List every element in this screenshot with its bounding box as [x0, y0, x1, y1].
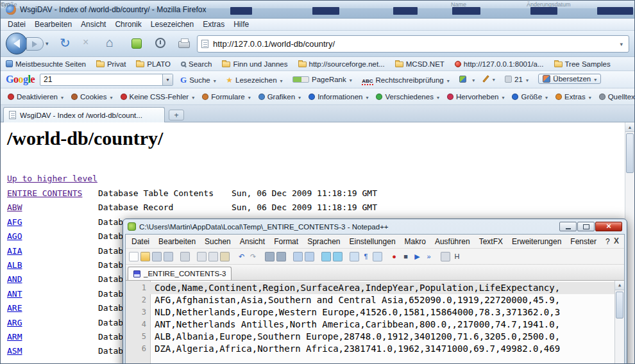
- hex-editor-icon[interactable]: H: [452, 252, 462, 261]
- open-folder-icon[interactable]: [140, 252, 150, 261]
- notepad-menu-item[interactable]: Erweiterungen: [507, 236, 566, 247]
- editor-scrollbar[interactable]: ▲: [614, 281, 624, 364]
- notepad-menu-item[interactable]: Format: [269, 236, 303, 247]
- google-search-box[interactable]: 21 ▾: [40, 74, 173, 86]
- search-dropdown-caret-icon[interactable]: ▾: [162, 74, 173, 85]
- home-button[interactable]: ⌂: [106, 35, 114, 50]
- copy-icon[interactable]: [208, 252, 218, 261]
- editor[interactable]: ▲ 1Code,Name,Continent,Region,SurfaceAre…: [126, 281, 624, 364]
- webdev-menu-item[interactable]: Formulare: [199, 92, 255, 102]
- record-macro-icon[interactable]: ●: [389, 252, 399, 261]
- find-icon[interactable]: [265, 252, 275, 261]
- webdev-menu-item[interactable]: Informationen: [305, 92, 373, 102]
- entry-link[interactable]: AGO: [7, 229, 98, 244]
- google-toolbar-item[interactable]: Lesezeichen: [226, 76, 282, 85]
- google-search-value[interactable]: 21: [40, 75, 162, 84]
- maximize-button[interactable]: [577, 222, 595, 231]
- stop-macro-icon[interactable]: ■: [401, 252, 411, 261]
- bookmark-item[interactable]: Search: [181, 60, 212, 68]
- entry-link[interactable]: ALB: [7, 258, 98, 272]
- google-toolbar-item[interactable]: Übersetzen: [538, 74, 601, 84]
- save-icon[interactable]: [152, 252, 162, 261]
- print-button[interactable]: [178, 41, 190, 48]
- close-document-icon[interactable]: X: [614, 236, 619, 245]
- clock-button[interactable]: [155, 38, 165, 48]
- menu-item[interactable]: Datei: [3, 19, 30, 29]
- menu-item[interactable]: Chronik: [110, 19, 146, 29]
- notepad-menu-item[interactable]: Fenster: [566, 236, 601, 247]
- green-addon-button[interactable]: [131, 38, 142, 49]
- entry-link[interactable]: ARG: [7, 316, 98, 330]
- google-toolbar-item[interactable]: [459, 76, 475, 83]
- bookmark-item[interactable]: Meistbesuchte Seiten: [6, 60, 86, 68]
- new-file-icon[interactable]: [129, 252, 139, 261]
- notepad-titlebar[interactable]: C:\Users\Martin\AppData\Local\Temp\_ENTI…: [125, 219, 625, 234]
- bookmark-item[interactable]: http://sourceforge.net...: [298, 60, 385, 68]
- location-bar[interactable]: http://127.0.0.1/world-db/country/ ▾: [197, 35, 629, 53]
- bookmark-item[interactable]: Privat: [96, 60, 126, 68]
- minimize-button[interactable]: [559, 222, 577, 231]
- notepad-menu-item[interactable]: Bearbeiten: [154, 236, 200, 247]
- entry-link[interactable]: AND: [7, 272, 98, 286]
- entry-link[interactable]: ABW: [7, 201, 98, 215]
- entry-link[interactable]: ASM: [7, 344, 98, 358]
- notepad-menu-item[interactable]: Datei: [127, 236, 154, 247]
- entry-link[interactable]: AFG: [7, 215, 98, 229]
- menu-item[interactable]: Ansicht: [76, 19, 110, 29]
- back-button[interactable]: [6, 33, 28, 54]
- entry-link[interactable]: ENTIRE CONTENTS: [7, 186, 98, 201]
- webdev-menu-item[interactable]: Deaktivieren: [4, 92, 68, 102]
- bookmark-item[interactable]: Finn und Jannes: [222, 60, 287, 68]
- webdev-menu-item[interactable]: Cookies: [68, 92, 117, 102]
- paste-icon[interactable]: [220, 252, 230, 261]
- stop-button[interactable]: ×: [83, 37, 89, 48]
- redo-icon[interactable]: ↷: [248, 252, 258, 261]
- webdev-menu-item[interactable]: Grafiken: [255, 92, 305, 102]
- webdev-menu-item[interactable]: Verschiedenes: [373, 92, 443, 102]
- bookmark-item[interactable]: MCSD.NET: [395, 60, 444, 68]
- sync-scroll-h-icon[interactable]: [333, 252, 343, 261]
- bookmark-item[interactable]: Tree Samples: [554, 60, 611, 68]
- google-toolbar-item[interactable]: Suche: [180, 75, 216, 85]
- notepad-menu-item[interactable]: Suchen: [200, 236, 235, 247]
- webdev-menu-item[interactable]: Quelltext: [596, 92, 634, 102]
- doc-monitor-icon[interactable]: [441, 252, 450, 261]
- notepad-menu-item[interactable]: Ausführen: [430, 236, 475, 247]
- print-icon[interactable]: [180, 252, 190, 261]
- urlbar-dropdown-caret-icon[interactable]: ▾: [618, 41, 625, 47]
- webdev-menu-item[interactable]: Keine CSS-Fehler: [117, 92, 199, 102]
- notepad-menu-item[interactable]: TextFX: [475, 236, 507, 247]
- document-tab[interactable]: _ENTIRE_CONTENTS-3: [128, 267, 232, 280]
- scroll-up-arrow[interactable]: ▲: [615, 281, 624, 290]
- entry-link[interactable]: AIA: [7, 244, 98, 258]
- notepad-menu-item[interactable]: ?: [601, 236, 614, 247]
- scroll-thumb[interactable]: [616, 292, 623, 318]
- menu-item[interactable]: Bearbeiten: [30, 19, 76, 29]
- reload-button[interactable]: ↻: [60, 35, 71, 51]
- firefox-titlebar[interactable]: WsgiDAV - Index of /world-db/country/ - …: [1, 1, 634, 19]
- url-text[interactable]: http://127.0.0.1/world-db/country/: [213, 39, 335, 49]
- menu-item[interactable]: Lesezeichen: [146, 19, 198, 29]
- notepad-menu-item[interactable]: Makro: [400, 236, 430, 247]
- zoom-out-icon[interactable]: [305, 252, 314, 261]
- bookmark-item[interactable]: PLATO: [136, 60, 171, 68]
- active-tab[interactable]: WsgiDAV - Index of /world-db/count...: [3, 107, 165, 122]
- history-dropdown-caret-icon[interactable]: ▾: [46, 40, 49, 47]
- google-toolbar-item[interactable]: Rechtschreibprüfung: [362, 76, 449, 84]
- google-toolbar-item[interactable]: 21: [505, 76, 529, 83]
- google-toolbar-item[interactable]: PageRank: [292, 76, 352, 83]
- webdev-menu-item[interactable]: Größe: [509, 92, 552, 102]
- menu-item[interactable]: Extras: [198, 19, 229, 29]
- undo-icon[interactable]: ↶: [237, 252, 246, 261]
- notepad-menu-item[interactable]: Einstellungen: [345, 236, 400, 247]
- up-to-higher-level-link[interactable]: Up to higher level: [7, 174, 97, 183]
- webdev-menu-item[interactable]: Hervorheben: [444, 92, 509, 102]
- entry-link[interactable]: ANT: [7, 287, 98, 301]
- google-toolbar-item[interactable]: [485, 75, 495, 83]
- webdev-menu-item[interactable]: Extras: [552, 92, 596, 102]
- replace-icon[interactable]: [276, 252, 286, 261]
- zoom-in-icon[interactable]: [293, 252, 303, 261]
- save-all-icon[interactable]: [164, 252, 173, 261]
- entry-link[interactable]: ARM: [7, 330, 98, 344]
- play-macro-icon[interactable]: ▶: [412, 252, 422, 261]
